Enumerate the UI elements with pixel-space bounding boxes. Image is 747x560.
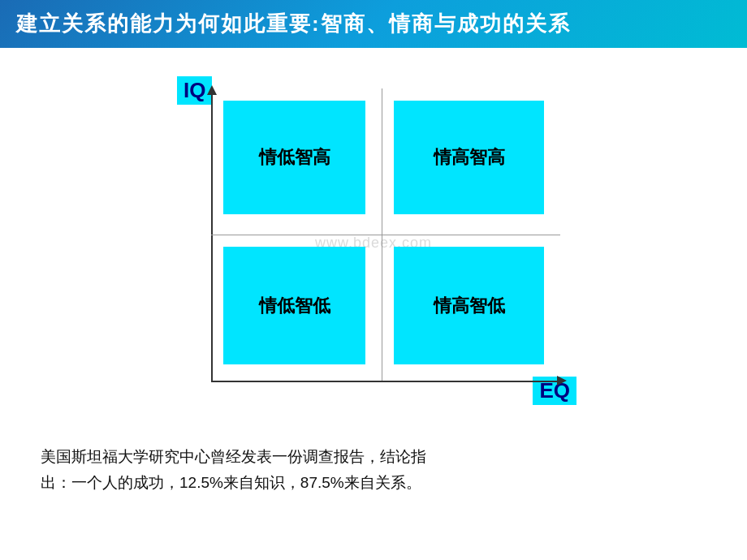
quadrant-bottom-left: 情低智低 xyxy=(223,247,365,364)
quadrant-top-left: 情低智高 xyxy=(223,101,365,214)
body-text: 美国斯坦福大学研究中心曾经发表一份调查报告，结论指 出：一个人的成功，12.5%… xyxy=(0,429,747,505)
x-axis xyxy=(211,381,560,382)
body-line-2: 出：一个人的成功，12.5%来自知识，87.5%来自关系。 xyxy=(41,470,706,496)
quadrant-bottom-right: 情高智低 xyxy=(394,247,544,364)
slide-header: 建立关系的能力为何如此重要:智商、情商与成功的关系 xyxy=(0,0,747,48)
x-axis-arrow xyxy=(557,376,567,386)
vertical-divider xyxy=(382,88,382,381)
main-content: IQ EQ www.bdeex.com 情低智高 情高智高 情低智低 情高智低 xyxy=(0,48,747,429)
chart-container: IQ EQ www.bdeex.com 情低智高 情高智高 情低智低 情高智低 xyxy=(146,72,601,413)
slide-title: 建立关系的能力为何如此重要:智商、情商与成功的关系 xyxy=(16,10,571,38)
body-line-1: 美国斯坦福大学研究中心曾经发表一份调查报告，结论指 xyxy=(41,444,706,470)
quadrant-top-right: 情高智高 xyxy=(394,101,544,214)
horizontal-divider xyxy=(211,235,560,235)
